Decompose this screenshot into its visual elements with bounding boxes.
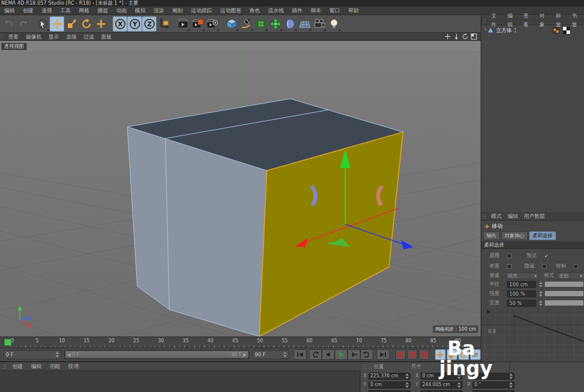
radius-input[interactable]: 100 cm [507,281,536,288]
play-button[interactable] [335,349,347,360]
last-tool-icon[interactable] [93,16,108,32]
viewport[interactable]: 透视视图 网格间距 : 100 cm [0,41,481,337]
object-row[interactable]: └ 立方体 [481,26,584,35]
size-y-stepper[interactable] [457,382,461,388]
mode-dropdown[interactable]: 全部▾ [557,272,584,279]
falloff-dropdown[interactable]: 线性▾ [506,272,539,279]
autokey-button[interactable] [407,349,418,360]
panel-grip[interactable] [483,18,487,23]
width-stepper[interactable] [538,300,543,306]
end-frame-stepper[interactable] [283,352,287,358]
vp-menu-item[interactable]: 过滤 [80,33,98,41]
key-rotation-toggle[interactable] [458,349,469,360]
vp-menu-item[interactable]: 显示 [45,33,62,41]
menu-item[interactable]: 渲染 [150,6,168,15]
vp-menu-item[interactable]: 面板 [98,33,115,41]
tab-axis[interactable]: 轴向 [483,231,500,240]
frame-stepper[interactable] [55,352,59,358]
goto-start-button[interactable] [294,349,307,360]
panel-grip[interactable] [3,364,7,369]
key-parameter-toggle[interactable] [470,349,481,360]
next-frame-button[interactable] [347,349,360,360]
rotate-icon[interactable] [79,16,93,32]
hidden-checkbox[interactable] [542,264,547,269]
strength-stepper[interactable] [538,291,543,297]
play-backwards-button[interactable] [322,349,335,360]
render-view-icon[interactable] [176,16,190,32]
rot-h-field[interactable] [472,373,515,380]
loop-button[interactable] [360,349,373,360]
size-y-field[interactable]: 244.005 cm [420,381,463,388]
mat-menu-item[interactable]: 功能 [46,362,64,371]
undo-icon[interactable] [1,16,16,32]
volume-icon[interactable] [283,16,297,32]
menu-item[interactable]: 雕刻 [168,6,187,15]
timeline-ruler[interactable]: 051015202530354045505560657075808590 [0,337,481,348]
keyframe-selection-button[interactable]: ? [419,349,429,360]
tab-object-axis[interactable]: 对象轴心 [501,231,528,240]
rot-p-field[interactable]: 0 ° [472,381,515,388]
record-keyframe-button[interactable] [395,349,406,360]
mat-menu-item[interactable]: 编辑 [27,362,45,371]
strength-input[interactable]: 100 % [507,290,536,297]
menu-item[interactable]: 模拟 [131,6,150,15]
surface-checkbox[interactable] [507,264,512,269]
mat-menu-item[interactable]: 纹理 [65,362,82,371]
rotate-view-icon[interactable] [462,33,468,40]
selection-tag[interactable] [552,27,559,34]
viewport-canvas[interactable] [0,41,481,337]
vp-menu-item[interactable]: 选项 [62,33,80,41]
am-menu-item[interactable]: 模式 [489,212,504,221]
coordinate-system-icon[interactable] [157,16,171,32]
goto-end-button[interactable] [377,349,390,360]
menu-item[interactable]: 运动图形 [216,6,245,15]
am-menu-item[interactable]: 编辑 [505,212,520,221]
vp-menu-item[interactable]: 查看 [5,33,22,41]
size-x-field[interactable]: 0 cm [420,373,463,380]
current-frame-field[interactable]: 0 F [4,350,61,359]
radius-slider[interactable] [545,282,583,287]
zoom-icon[interactable] [453,33,460,40]
menu-item[interactable]: 工具 [56,6,75,15]
falloff-curve-graph[interactable]: 0.8 [481,308,584,369]
end-frame-field[interactable]: 90 F [252,350,289,359]
size-x-stepper[interactable] [457,373,461,379]
width-input[interactable]: 50 % [507,300,536,307]
play-mode-button[interactable] [309,349,322,360]
live-selection-icon[interactable] [35,16,50,32]
menu-item[interactable]: 脚本 [307,6,325,15]
strength-slider[interactable] [545,291,583,296]
menu-item[interactable]: 编辑 [0,6,19,15]
menu-item[interactable]: 插件 [288,6,307,15]
menu-item[interactable]: 选择 [37,6,56,15]
x-axis-lock-icon[interactable]: X [113,16,127,32]
vp-menu-item[interactable]: 摄像机 [22,33,45,41]
pos-x-field[interactable]: 225.376 cm [369,373,411,380]
redo-icon[interactable] [16,16,30,32]
mat-menu-item[interactable]: 创建 [9,362,26,371]
pos-y-field[interactable]: 0 cm [369,381,411,388]
preview-checkbox[interactable]: ✓ [544,254,549,258]
floor-icon[interactable] [297,16,312,32]
spline-pen-icon[interactable] [239,16,253,32]
subdivision-surface-icon[interactable] [253,16,268,32]
am-menu-item[interactable]: 用户数据 [522,212,547,221]
menu-item[interactable]: 帮助 [344,6,363,15]
menu-item[interactable]: 动画 [112,6,131,15]
menu-item[interactable]: 创建 [19,6,37,15]
soft-selection-section-header[interactable]: 柔和选择 [481,241,584,249]
scale-icon[interactable] [64,16,79,32]
render-to-picture-icon[interactable] [190,16,205,32]
key-position-toggle[interactable] [435,349,446,360]
light-icon[interactable] [326,16,341,32]
camera-icon[interactable] [312,16,326,32]
visibility-toggles[interactable] [514,27,517,33]
pos-x-stepper[interactable] [405,373,409,379]
move-icon[interactable] [50,16,64,32]
pos-y-stepper[interactable] [405,382,409,388]
panel-grip[interactable] [0,34,4,39]
render-settings-icon[interactable] [205,16,220,32]
menu-item[interactable]: 网格 [75,6,93,15]
viewport-view-label[interactable]: 透视视图 [1,43,27,50]
toggle-views-icon[interactable] [471,33,477,40]
